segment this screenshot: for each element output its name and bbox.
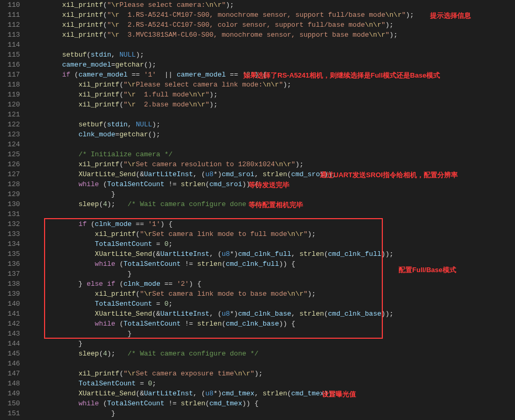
code-line[interactable]: while (TotalSentCount != strlen(cmd_clnk… — [29, 319, 515, 329]
line-number: 135 — [0, 249, 20, 259]
annotation-full-base-select: 如果选择了RS-A5241相机，则继续选择是Full模式还是Base模式 — [243, 70, 440, 80]
line-number: 113 — [0, 30, 20, 40]
line-number: 120 — [0, 100, 20, 110]
code-line[interactable] — [29, 40, 515, 50]
line-number: 116 — [0, 60, 20, 70]
code-line[interactable]: camere_model=getchar(); — [29, 60, 515, 70]
code-line[interactable]: xil_printf("\rSet camera link mode to ba… — [29, 289, 515, 299]
code-line[interactable]: TotalSentCount = 0; — [29, 239, 515, 249]
line-number: 112 — [0, 20, 20, 30]
annotation-wait-send: 等待发送完毕 — [249, 180, 289, 190]
line-number: 147 — [0, 369, 20, 379]
line-number: 121 — [0, 110, 20, 120]
code-line[interactable]: XUartLite_Send(&UartLiteInst, (u8*)cmd_c… — [29, 249, 515, 259]
code-area[interactable]: xil_printf("\rPlease select camera:\n\r"… — [29, 0, 515, 420]
line-number: 137 — [0, 269, 20, 279]
line-number: 115 — [0, 50, 20, 60]
annotation-uart-sroi: 通过UART发送SROI指令给相机，配置分辨率 — [320, 170, 458, 180]
code-line[interactable]: XUartLite_Send(&UartLiteInst, (u8*)cmd_c… — [29, 309, 515, 319]
code-line[interactable] — [29, 139, 515, 149]
line-number: 123 — [0, 130, 20, 139]
code-line[interactable]: xil_printf("\rPlease select camera:\n\r"… — [29, 0, 515, 10]
line-number: 114 — [0, 40, 20, 50]
line-number-gutter: 1101111121131141151161171181191201211221… — [0, 0, 29, 420]
annotation-config-mode: 配置Full/Base模式 — [399, 265, 456, 275]
annotation-wait-config: 等待配置相机完毕 — [249, 200, 303, 210]
line-number: 134 — [0, 239, 20, 249]
line-number: 130 — [0, 199, 20, 209]
code-line[interactable]: xil_printf("\rSet camera resolution to 1… — [29, 159, 515, 169]
line-number: 151 — [0, 408, 20, 418]
line-number: 136 — [0, 259, 20, 269]
line-number: 146 — [0, 359, 20, 369]
line-number: 133 — [0, 229, 20, 239]
code-line[interactable]: /* Initialize camera */ — [29, 149, 515, 159]
code-line[interactable]: xil_printf("\r 1.full mode\n\r"); — [29, 90, 515, 100]
line-number: 129 — [0, 189, 20, 199]
line-number: 148 — [0, 379, 20, 389]
line-number: 118 — [0, 80, 20, 90]
line-number: 150 — [0, 399, 20, 408]
code-line[interactable]: } — [29, 329, 515, 339]
code-line[interactable]: xil_printf("\rSet camera exposure time\n… — [29, 369, 515, 379]
code-line[interactable]: sleep(4); /* Wait camera configure done … — [29, 349, 515, 359]
line-number: 111 — [0, 10, 20, 20]
code-line[interactable]: xil_printf("\rSet camera link mode to fu… — [29, 229, 515, 239]
line-number: 139 — [0, 289, 20, 299]
code-line[interactable]: TotalSentCount = 0; — [29, 379, 515, 389]
code-line[interactable]: XUartLite_Send(&UartLiteInst, (u8*)cmd_t… — [29, 389, 515, 399]
code-line[interactable]: xil_printf("\rPlease select camera link … — [29, 80, 515, 90]
code-line[interactable]: if (clnk_mode == '1') { — [29, 219, 515, 229]
code-line[interactable]: xil_printf("\r 3.MVC1381SAM-CL60-S00, mo… — [29, 30, 515, 40]
code-editor[interactable]: 1101111121131141151161171181191201211221… — [0, 0, 515, 420]
code-line[interactable] — [29, 110, 515, 120]
code-line[interactable]: } — [29, 408, 515, 418]
annotation-select-info: 提示选择信息 — [430, 10, 471, 20]
code-line[interactable] — [29, 359, 515, 369]
line-number: 140 — [0, 299, 20, 309]
line-number: 141 — [0, 309, 20, 319]
code-line[interactable] — [29, 209, 515, 219]
code-line[interactable]: while (TotalSentCount != strlen(cmd_tmex… — [29, 399, 515, 408]
code-line[interactable]: setbuf(stdin, NULL); — [29, 120, 515, 130]
code-line[interactable]: clnk_mode=getchar(); — [29, 130, 515, 139]
line-number: 144 — [0, 339, 20, 349]
code-line[interactable]: setbuf(stdin, NULL); — [29, 50, 515, 60]
line-number: 145 — [0, 349, 20, 359]
line-number: 131 — [0, 209, 20, 219]
line-number: 127 — [0, 169, 20, 179]
code-line[interactable]: TotalSentCount = 0; — [29, 299, 515, 309]
code-line[interactable]: } — [29, 189, 515, 199]
line-number: 149 — [0, 389, 20, 399]
line-number: 124 — [0, 139, 20, 149]
line-number: 125 — [0, 149, 20, 159]
code-line[interactable]: xil_printf("\r 2.base mode\n\r"); — [29, 100, 515, 110]
line-number: 119 — [0, 90, 20, 100]
line-number: 142 — [0, 319, 20, 329]
line-number: 110 — [0, 0, 20, 10]
line-number: 128 — [0, 179, 20, 189]
line-number: 138 — [0, 279, 20, 289]
line-number: 132 — [0, 219, 20, 229]
line-number: 117 — [0, 70, 20, 80]
annotation-exposure: 设置曝光值 — [322, 389, 356, 399]
line-number: 143 — [0, 329, 20, 339]
code-line[interactable]: } — [29, 339, 515, 349]
code-line[interactable]: xil_printf("\r 2.RS-A5241-CC107-S00, col… — [29, 20, 515, 30]
code-line[interactable]: } else if (clnk_mode == '2') { — [29, 279, 515, 289]
line-number: 126 — [0, 159, 20, 169]
line-number: 122 — [0, 120, 20, 130]
